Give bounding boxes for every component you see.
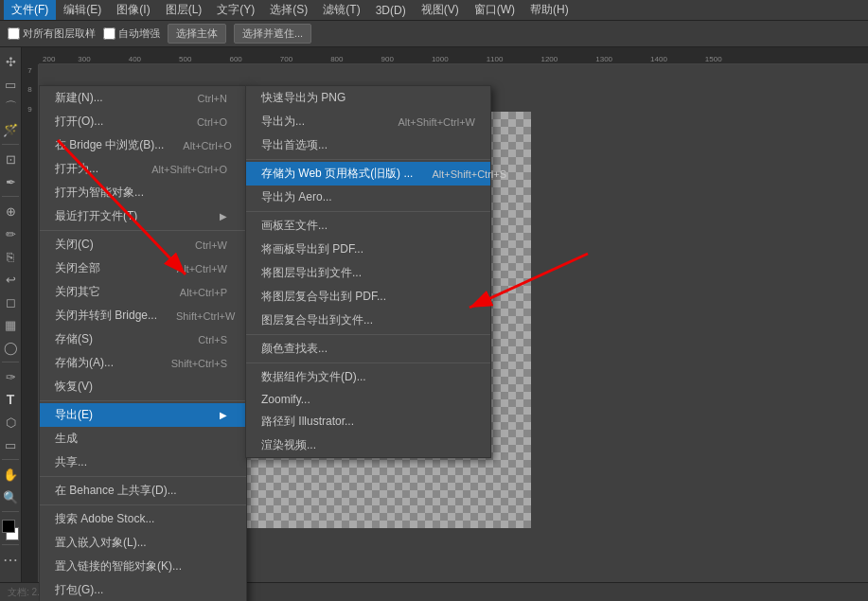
crop-tool[interactable]: ⊡ [0,149,21,169]
toolbar-separator-1 [2,144,19,145]
menu-text[interactable]: 文字(Y) [209,0,262,20]
toolbar-separator-6 [2,544,19,545]
left-toolbar: ✣ ▭ ⌒ 🪄 ⊡ ✒ ⊕ ✏ ⎘ ↩ ◻ ▦ ◯ ✑ T ⬡ ▭ ✋ 🔍 ⋯ [0,47,22,601]
menu-filter[interactable]: 滤镜(T) [315,0,367,20]
menu-sep-3 [40,476,246,477]
type-tool[interactable]: T [0,389,21,410]
checkbox-all-layers: 对所有图层取样 [8,27,96,41]
menu-adobe-stock[interactable]: 搜索 Adobe Stock... [40,507,246,531]
menu-close[interactable]: 关闭(C) Ctrl+W [40,233,246,256]
export-zoomify[interactable]: Zoomify... [246,389,490,410]
ruler-top: 200 300 400 500 600 700 800 900 1000 110… [39,47,868,64]
auto-enhance-check[interactable] [103,27,115,40]
move-tool[interactable]: ✣ [0,51,21,72]
menu-file[interactable]: 文件(F) [4,0,56,20]
menu-place-linked[interactable]: 置入链接的智能对象(K)... [40,555,246,578]
menu-bridge-browse[interactable]: 在 Bridge 中浏览(B)... Alt+Ctrl+O [40,133,246,157]
brush-tool[interactable]: ✏ [0,223,21,244]
export-quick-png[interactable]: 快速导出为 PNG [246,86,490,110]
export-path-illustrator[interactable]: 路径到 Illustrator... [246,410,490,433]
all-layers-check[interactable] [8,27,20,40]
toolbar-separator-3 [2,362,19,362]
eyedropper-tool[interactable]: ✒ [0,171,21,192]
menu-sep-2 [40,400,246,401]
select-mask-button[interactable]: 选择并遮住... [234,24,311,44]
export-submenu: 快速导出为 PNG 导出为... Alt+Shift+Ctrl+W 导出首选项.… [245,85,491,458]
menu-close-bridge[interactable]: 关闭并转到 Bridge... Shift+Ctrl+W [40,304,246,327]
menu-generate[interactable]: 生成 [40,427,246,451]
ruler-top-ticks: 200 300 400 500 600 700 800 900 1000 110… [39,47,868,63]
menu-revert[interactable]: 恢复(V) [40,375,246,398]
menu-recent[interactable]: 最近打开文件(T) ▶ [40,204,246,228]
menu-sep-4 [40,504,246,505]
export-sep-2 [246,211,490,212]
export-aero[interactable]: 导出为 Aero... [246,186,490,209]
menu-open-smart[interactable]: 打开为智能对象... [40,181,246,204]
export-artboards-pdf[interactable]: 将画板导出到 PDF... [246,238,490,261]
menu-package[interactable]: 打包(G)... [40,578,246,601]
export-layers-files[interactable]: 将图层导出到文件... [246,261,490,285]
gradient-tool[interactable]: ▦ [0,314,21,335]
more-tools[interactable]: ⋯ [0,549,21,570]
toolbar-separator-2 [2,196,19,197]
options-bar: 对所有图层取样 自动增强 选择主体 选择并遮住... [0,21,868,47]
export-prefs[interactable]: 导出首选项... [246,133,490,157]
menu-save-as[interactable]: 存储为(A)... Shift+Ctrl+S [40,351,246,375]
color-swatches[interactable] [0,520,21,540]
clone-tool[interactable]: ⎘ [0,246,21,267]
menu-new[interactable]: 新建(N)... Ctrl+N [40,86,246,110]
path-tool[interactable]: ⬡ [0,412,21,433]
select-subject-button[interactable]: 选择主体 [168,24,226,44]
export-sep-4 [246,362,490,363]
toolbar-separator-4 [2,459,19,460]
canvas-area: 200 300 400 500 600 700 800 900 1000 110… [22,47,868,601]
canvas-content: Bridge _ 新建(N)... Ctrl+N 打开(O)... Ctrl+O… [39,64,868,601]
menu-image[interactable]: 图像(I) [109,0,157,20]
export-sep-1 [246,159,490,160]
wand-tool[interactable]: 🪄 [0,119,21,140]
menu-open-as[interactable]: 打开为... Alt+Shift+Ctrl+O [40,157,246,181]
save-for-web[interactable]: 存储为 Web 页用格式(旧版) ... Alt+Shift+Ctrl+S [246,162,490,186]
menu-view[interactable]: 视图(V) [414,0,467,20]
checkbox-auto-enhance: 自动增强 [103,27,160,41]
hand-tool[interactable]: ✋ [0,464,21,485]
eraser-tool[interactable]: ◻ [0,292,21,312]
export-color-lookup[interactable]: 颜色查找表... [246,337,490,361]
shape-tool[interactable]: ▭ [0,434,21,455]
zoom-tool[interactable]: 🔍 [0,486,21,507]
menu-share[interactable]: 共享... [40,451,246,474]
export-layer-comps-pdf[interactable]: 将图层复合导出到 PDF... [246,285,490,309]
menu-window[interactable]: 窗口(W) [467,0,523,20]
menu-help[interactable]: 帮助(H) [523,0,576,20]
export-render-video[interactable]: 渲染视频... [246,433,490,457]
dodge-tool[interactable]: ◯ [0,337,21,358]
foreground-color-swatch[interactable] [2,520,15,533]
lasso-tool[interactable]: ⌒ [0,97,21,117]
menu-place-embed[interactable]: 置入嵌入对象(L)... [40,531,246,555]
menu-export[interactable]: 导出(E) ▶ [40,403,246,427]
menu-close-others[interactable]: 关闭其它 Alt+Ctrl+P [40,280,246,304]
heal-tool[interactable]: ⊕ [0,201,21,221]
menu-save[interactable]: 存储(S) Ctrl+S [40,327,246,351]
marquee-tool[interactable]: ▭ [0,74,21,95]
menu-sep-1 [40,230,246,231]
history-brush[interactable]: ↩ [0,269,21,290]
menu-close-all[interactable]: 关闭全部 Alt+Ctrl+W [40,256,246,280]
export-layer-comps-files[interactable]: 图层复合导出到文件... [246,309,490,332]
export-data-sets[interactable]: 数据组作为文件(D)... [246,365,490,389]
toolbar-separator-5 [2,511,19,512]
pen-tool[interactable]: ✑ [0,366,21,387]
menu-select[interactable]: 选择(S) [262,0,315,20]
export-as[interactable]: 导出为... Alt+Shift+Ctrl+W [246,110,490,133]
export-artboards-files[interactable]: 画板至文件... [246,214,490,238]
menu-bar: 文件(F) 编辑(E) 图像(I) 图层(L) 文字(Y) 选择(S) 滤镜(T… [0,0,868,21]
menu-behance[interactable]: 在 Behance 上共享(D)... [40,479,246,503]
main-layout: ✣ ▭ ⌒ 🪄 ⊡ ✒ ⊕ ✏ ⎘ ↩ ◻ ▦ ◯ ✑ T ⬡ ▭ ✋ 🔍 ⋯ [0,47,868,601]
menu-edit[interactable]: 编辑(E) [56,0,109,20]
menu-open[interactable]: 打开(O)... Ctrl+O [40,110,246,133]
ruler-left: 7 8 9 [22,64,39,601]
menu-layer[interactable]: 图层(L) [158,0,210,20]
file-menu-dropdown: 新建(N)... Ctrl+N 打开(O)... Ctrl+O 在 Bridge… [39,85,247,601]
export-sep-3 [246,334,490,335]
menu-3d[interactable]: 3D(D) [368,2,414,19]
